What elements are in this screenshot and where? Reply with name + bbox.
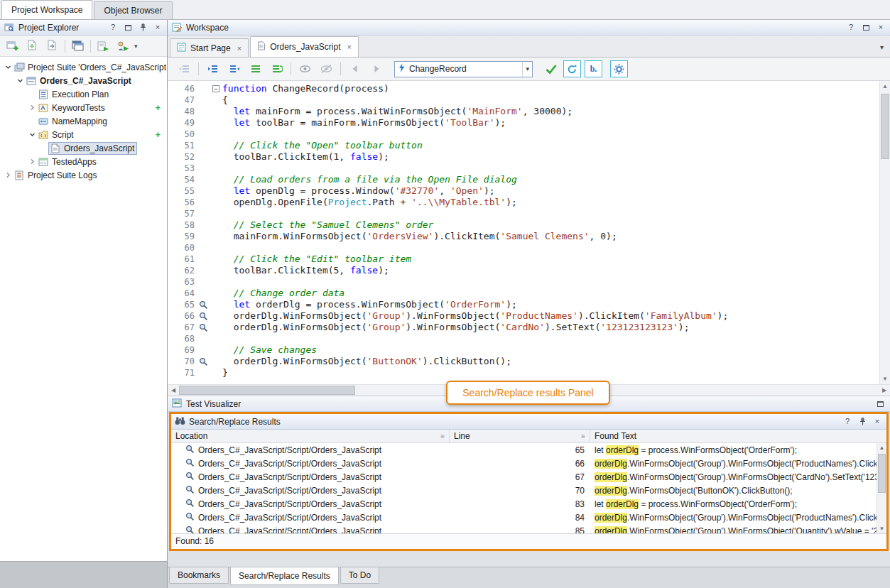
scroll-up-icon[interactable]: ▲ [880, 83, 890, 89]
scrollbar-thumb[interactable] [179, 386, 355, 395]
search-result-marker-icon[interactable] [196, 300, 210, 310]
chevron-down-icon[interactable]: ▾ [522, 62, 532, 77]
chevron-down-icon[interactable] [16, 77, 24, 84]
search-result-marker-icon[interactable] [196, 312, 210, 321]
tab-object-browser[interactable]: Object Browser [94, 1, 172, 19]
tree-node[interactable]: Project Suite 'Orders_C#_JavaScript' (1 [12, 61, 167, 74]
float-icon[interactable] [122, 22, 134, 33]
tree-node[interactable]: Orders_C#_JavaScript [24, 75, 134, 87]
tab-start-page[interactable]: Start Page × [170, 38, 249, 57]
scrollbar-thumb[interactable] [881, 94, 889, 159]
search-result-row[interactable]: Orders_C#_JavaScript/Script/Orders_JavaS… [171, 511, 886, 524]
tree-item-project-orders[interactable]: Orders_C#_JavaScript [0, 74, 167, 87]
search-result-row[interactable]: Orders_C#_JavaScript/Script/Orders_JavaS… [171, 484, 886, 497]
help-icon[interactable]: ? [107, 22, 119, 33]
add-project-button[interactable] [4, 38, 21, 55]
code-editor[interactable]: 46−function ChangeRecord(process)47{48 l… [168, 81, 890, 384]
run-test-button[interactable] [94, 38, 112, 55]
outdent-block-icon[interactable] [204, 60, 222, 77]
tree-node[interactable]: Script [36, 129, 77, 141]
add-child-icon[interactable]: + [155, 129, 161, 140]
search-result-row[interactable]: Orders_C#_JavaScript/Script/Orders_JavaS… [171, 497, 886, 511]
organize-panels-button[interactable] [69, 38, 87, 55]
indent-block-icon[interactable] [225, 60, 243, 77]
scroll-left-icon[interactable]: ◀ [168, 385, 179, 396]
close-icon[interactable]: × [237, 44, 242, 53]
eye-off-icon[interactable] [318, 60, 335, 77]
run-project-button[interactable] [114, 38, 132, 55]
tree-item-orders-javascript[interactable]: Orders_JavaScript [0, 141, 167, 155]
tree-item-name-mapping[interactable]: NameMapping [0, 114, 167, 128]
tree-item-tested-apps[interactable]: TestedApps [0, 155, 167, 168]
help-icon[interactable]: ? [842, 416, 853, 428]
refresh-icon[interactable] [563, 60, 581, 77]
scroll-up-icon[interactable]: ▲ [877, 445, 886, 451]
search-result-row[interactable]: Orders_C#_JavaScript/Script/Orders_JavaS… [171, 470, 886, 484]
search-result-row[interactable]: Orders_C#_JavaScript/Script/Orders_JavaS… [171, 443, 886, 457]
tree-item-keyword-tests[interactable]: KeywordTests+ [0, 101, 167, 114]
scrollbar-thumb[interactable] [878, 454, 886, 493]
tree-node[interactable]: Execution Plan [36, 88, 112, 101]
float-icon[interactable] [874, 398, 886, 410]
tree-node[interactable]: Orders_JavaScript [48, 142, 137, 155]
close-icon[interactable]: × [347, 43, 352, 51]
scroll-down-icon[interactable]: ▼ [880, 376, 890, 382]
scroll-down-icon[interactable]: ▼ [877, 526, 886, 532]
tree-node[interactable]: NameMapping [36, 115, 110, 128]
export-item-button[interactable] [43, 38, 61, 55]
search-result-marker-icon[interactable] [196, 323, 210, 332]
tab-orders-javascript[interactable]: Orders_JavaScript × [250, 36, 359, 57]
sort-filter-icon[interactable]: ≡ [440, 432, 445, 440]
pin-icon[interactable] [137, 22, 148, 33]
close-icon[interactable]: × [152, 22, 163, 33]
chevron-right-icon[interactable] [4, 172, 12, 178]
column-header-location[interactable]: Location ≡ [171, 430, 450, 442]
float-icon[interactable] [860, 22, 872, 33]
tab-list-dropdown-icon[interactable]: ▾ [880, 43, 884, 51]
editor-settings-gear-icon[interactable] [610, 60, 628, 77]
testedapps-icon [38, 157, 49, 167]
tab-to-do[interactable]: To Do [340, 567, 379, 584]
results-vertical-scrollbar[interactable]: ▲ ▼ [877, 443, 886, 533]
tab-bookmarks[interactable]: Bookmarks [169, 567, 229, 584]
search-result-marker-icon[interactable] [196, 357, 210, 366]
fold-collapse-icon[interactable]: − [210, 83, 222, 94]
tree-node[interactable]: TestedApps [36, 156, 99, 168]
chevron-right-icon[interactable] [28, 158, 36, 165]
add-child-icon[interactable]: + [155, 102, 161, 113]
toolbar-overflow-icon[interactable]: ▾ [134, 43, 138, 50]
help-icon[interactable]: ? [845, 22, 857, 33]
check-syntax-icon[interactable] [542, 60, 560, 77]
uncomment-block-icon[interactable] [268, 60, 286, 77]
editor-vertical-scrollbar[interactable]: ▲ ▼ [879, 81, 890, 384]
tree-item-project-suite[interactable]: Project Suite 'Orders_C#_JavaScript' (1 [0, 60, 167, 74]
chevron-down-icon[interactable] [28, 131, 36, 138]
sort-filter-icon[interactable]: ≡ [581, 432, 585, 440]
tree-item-execution-plan[interactable]: Execution Plan [0, 87, 167, 101]
move-lines-icon[interactable] [175, 60, 193, 77]
code-lines[interactable]: 46−function ChangeRecord(process)47{48 l… [168, 81, 879, 384]
column-header-found-text[interactable]: Found Text [590, 430, 886, 442]
chevron-down-icon[interactable] [4, 64, 12, 70]
scroll-right-icon[interactable]: ▶ [879, 385, 890, 396]
forward-arrow-icon[interactable] [367, 60, 385, 77]
basic-syntax-icon[interactable]: b. [585, 60, 602, 77]
search-result-row[interactable]: Orders_C#_JavaScript/Script/Orders_JavaS… [171, 457, 886, 470]
chevron-right-icon[interactable] [28, 104, 36, 111]
tree-item-project-suite-logs[interactable]: Project Suite Logs [0, 168, 167, 182]
comment-block-icon[interactable] [246, 60, 264, 77]
close-icon[interactable]: × [875, 22, 886, 33]
tab-project-workspace[interactable]: Project Workspace [1, 0, 92, 19]
close-icon[interactable]: × [872, 416, 883, 428]
back-arrow-icon[interactable] [346, 60, 364, 77]
column-header-line[interactable]: Line ≡ [450, 430, 590, 442]
add-item-button[interactable] [23, 38, 41, 55]
eye-icon[interactable] [296, 60, 314, 77]
tree-node[interactable]: KeywordTests [36, 102, 108, 114]
tree-node[interactable]: Project Suite Logs [12, 169, 99, 182]
tab-search-replace-results[interactable]: Search/Replace Results [230, 567, 339, 585]
tree-item-script[interactable]: Script+ [0, 128, 167, 141]
function-selector[interactable]: ChangeRecord ▾ [394, 61, 533, 77]
pin-icon[interactable] [857, 416, 868, 428]
search-result-row[interactable]: Orders_C#_JavaScript/Script/Orders_JavaS… [171, 524, 886, 533]
